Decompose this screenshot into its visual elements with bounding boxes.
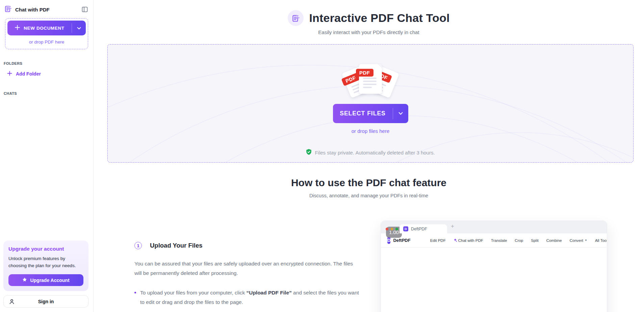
- browser-mockup-illustration: 1.00 D DeftPDF + D DeftPDF Edit PDF: [381, 221, 607, 312]
- browser-chrome-bar: 1.00 D DeftPDF +: [381, 221, 607, 233]
- pdf-stack-illustration: PDF PDF PDF: [342, 63, 399, 95]
- mockup-nav-all-tools: All Tools ▼: [595, 238, 607, 243]
- traffic-light-yellow-icon: [391, 228, 393, 230]
- doc-sparkle-badge-icon: [288, 10, 304, 26]
- upgrade-account-button[interactable]: Upgrade Account: [8, 274, 83, 286]
- chevron-down-icon: ▼: [585, 239, 587, 242]
- howto-subtitle: Discuss, annotate, and manage your PDFs …: [94, 193, 644, 198]
- pdf-label: PDF: [356, 69, 373, 77]
- plus-icon: [15, 25, 20, 31]
- main-content: Interactive PDF Chat Tool Easily interac…: [94, 0, 644, 312]
- mockup-nav-convert: Convert ▼: [570, 238, 587, 243]
- sparkle-icon: [454, 238, 457, 243]
- sidebar-title: Chat with PDF: [15, 7, 81, 12]
- browser-tab: D DeftPDF: [400, 224, 447, 233]
- drop-pdf-link[interactable]: or drop PDF here: [7, 39, 86, 45]
- page-title: Interactive PDF Chat Tool: [309, 11, 449, 25]
- chats-section-label: CHATS: [4, 91, 93, 95]
- plus-icon: [7, 71, 12, 77]
- mockup-nav-chat-with-pdf: Chat with PDF: [454, 238, 483, 243]
- step-1: 1 Upload Your Files You can be assured t…: [134, 221, 361, 312]
- select-files-dropdown-button[interactable]: [393, 108, 408, 119]
- new-document-button[interactable]: NEW DOCUMENT: [7, 21, 86, 35]
- chevron-down-icon: [77, 26, 81, 31]
- mockup-navbar: D DeftPDF Edit PDF Chat with PDF Transla…: [381, 233, 607, 248]
- sidebar: Chat with PDF NEW DOCUMENT or drop PDF h…: [0, 0, 94, 312]
- collapse-sidebar-icon[interactable]: [81, 6, 88, 13]
- star-icon: [22, 277, 27, 283]
- shield-check-icon: [306, 149, 312, 157]
- upgrade-panel: Upgrade your account Unlock premium feat…: [3, 240, 88, 291]
- deftpdf-favicon: D: [403, 226, 408, 231]
- traffic-light-red-icon: [386, 228, 388, 230]
- deftpdf-logo-text: DeftPDF: [393, 238, 410, 243]
- new-tab-icon: +: [451, 223, 454, 230]
- pdf-page-illustration: PDF: [359, 64, 382, 94]
- mockup-nav-translate: Translate: [491, 238, 507, 243]
- bullet-dot: [134, 292, 136, 293]
- person-icon: [9, 299, 15, 306]
- privacy-note: Files stay private. Automatically delete…: [108, 149, 633, 157]
- folders-section-label: FOLDERS: [4, 61, 93, 65]
- doc-sparkle-icon: [4, 5, 12, 14]
- mockup-nav-split: Split: [531, 238, 538, 243]
- mockup-page-content: [381, 248, 607, 312]
- add-folder-button[interactable]: Add Folder: [7, 71, 93, 77]
- file-dropzone[interactable]: PDF PDF PDF SELECT FILES or drop files h…: [107, 44, 634, 163]
- step-number-badge: 1: [134, 242, 142, 249]
- deftpdf-logo-icon: D: [387, 237, 390, 244]
- new-document-dropdown-button[interactable]: [72, 23, 86, 33]
- sign-in-button[interactable]: Sign in: [3, 295, 88, 308]
- sidebar-header: Chat with PDF: [0, 0, 93, 14]
- drop-files-link[interactable]: or drop files here: [352, 128, 390, 134]
- mockup-nav-crop: Crop: [515, 238, 523, 243]
- select-files-button[interactable]: SELECT FILES: [333, 104, 408, 123]
- chevron-down-icon: [398, 111, 403, 116]
- mockup-nav-combine: Combine: [546, 238, 562, 243]
- traffic-lights: [386, 228, 398, 230]
- traffic-light-green-icon: [395, 228, 398, 230]
- hero-header: Interactive PDF Chat Tool: [94, 0, 644, 26]
- step-title: Upload Your Files: [150, 242, 203, 249]
- upgrade-panel-description: Unlock premium features by choosing the …: [8, 255, 83, 270]
- mockup-nav-edit-pdf: Edit PDF: [430, 238, 446, 243]
- step-paragraph: You can be assured that your files are s…: [134, 259, 361, 278]
- new-document-dropzone[interactable]: NEW DOCUMENT or drop PDF here: [5, 18, 88, 49]
- upgrade-panel-title: Upgrade your account: [8, 246, 83, 252]
- page-subtitle: Easily interact with your PDFs directly …: [94, 29, 644, 35]
- step-bullet: To upload your files from your computer,…: [134, 288, 361, 307]
- howto-title: How to use the PDF chat feature: [94, 177, 644, 189]
